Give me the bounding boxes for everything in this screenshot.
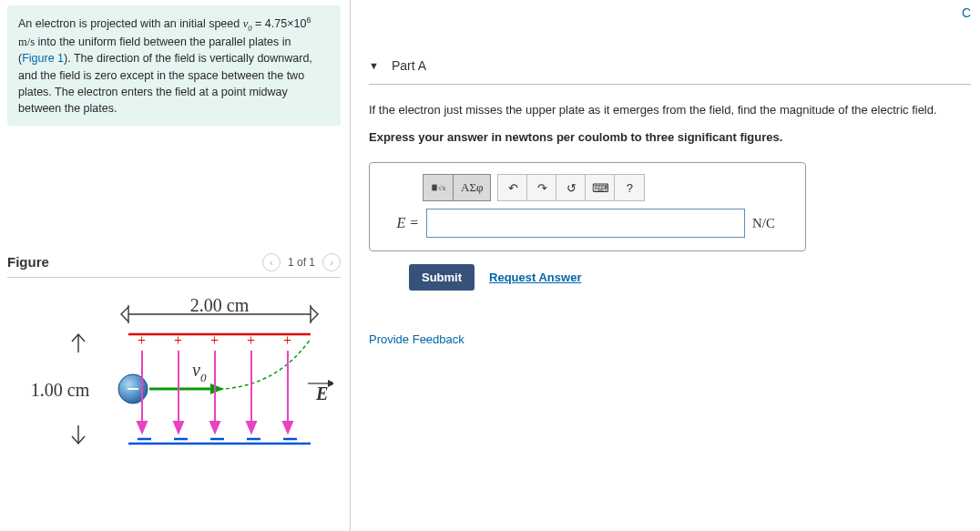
width-label: 2.00 cm [190,298,250,315]
redo-tool[interactable]: ↷ [526,174,557,201]
answer-units: N/C [752,216,792,231]
figure-link[interactable]: Figure 1 [22,52,64,65]
svg-marker-32 [283,422,292,433]
v0-exp: 6 [306,15,311,25]
svg-text:+: + [138,332,146,348]
svg-rect-33 [432,185,436,191]
figure-next-button[interactable]: › [322,253,341,271]
svg-text:+: + [174,332,182,348]
help-tool[interactable]: ? [614,174,645,201]
part-question: If the electron just misses the upper pl… [369,101,971,119]
height-label: 1.00 cm [31,380,90,400]
svg-text:+: + [210,332,219,348]
problem-statement: An electron is projected with an initial… [7,5,341,126]
submit-button[interactable]: Submit [409,264,475,291]
svg-marker-26 [174,422,183,433]
greek-tool[interactable]: ΑΣφ [453,174,491,201]
answer-input[interactable] [426,209,745,238]
part-title: Part A [392,58,426,73]
svg-marker-24 [138,422,147,433]
reset-tool[interactable]: ↺ [556,174,587,201]
equals: = [252,17,265,30]
figure-title: Figure [7,254,49,270]
part-collapse-caret[interactable]: ▼ [369,60,379,71]
templates-tool[interactable]: √x [423,174,454,201]
figure-prev-button[interactable]: ‹ [262,253,281,271]
part-instruction: Express your answer in newtons per coulo… [369,128,971,147]
svg-text:√x: √x [438,184,445,192]
figure-counter: 1 of 1 [288,256,315,269]
keyboard-tool[interactable]: ⌨ [585,174,616,201]
undo-tool[interactable]: ↶ [497,174,528,201]
problem-text-1: An electron is projected with an initial… [18,17,243,30]
svg-text:+: + [247,332,255,348]
v0-value: 4.75×10 [265,17,307,30]
svg-marker-30 [247,422,256,433]
svg-marker-22 [328,380,333,387]
request-answer-link[interactable]: Request Answer [489,271,581,284]
field-symbol: E [315,383,328,403]
v0-units: m/s [18,36,35,48]
answer-variable-label: E = [383,215,419,231]
provide-feedback-link[interactable]: Provide Feedback [369,332,971,346]
svg-marker-28 [210,422,219,433]
velocity-symbol: v0 [192,360,207,384]
svg-text:+: + [283,332,291,348]
figure-diagram: 2.00 cm + + + + + 1.00 cm [7,298,341,471]
figure-header: Figure ‹ 1 of 1 › [7,253,341,278]
top-right-link[interactable]: C [962,5,971,20]
answer-panel: √x ΑΣφ ↶ ↷ ↺ ⌨ ? E = N/C [369,162,806,251]
